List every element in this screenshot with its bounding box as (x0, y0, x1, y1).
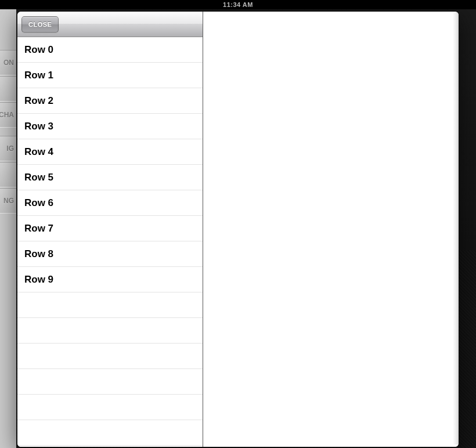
background-row: ON (0, 50, 16, 75)
background-row: CHA (0, 102, 16, 128)
table-row[interactable]: Row 7 (17, 216, 203, 241)
status-bar: 11:34 AM (0, 0, 476, 9)
table-row-empty (17, 395, 203, 420)
row-label: Row 3 (24, 121, 53, 132)
row-label: Row 2 (24, 95, 53, 107)
table-row-empty (17, 344, 203, 369)
table-row[interactable]: Row 4 (17, 139, 203, 165)
row-label: Row 0 (24, 44, 53, 56)
close-button[interactable]: CLOSE (21, 16, 59, 32)
row-label: Row 9 (24, 274, 53, 286)
status-time: 11:34 AM (223, 1, 253, 8)
row-label: Row 5 (24, 172, 53, 183)
row-label: Row 4 (24, 146, 53, 158)
table-view[interactable]: Row 0Row 1Row 2Row 3Row 4Row 5Row 6Row 7… (17, 37, 203, 447)
table-row-empty (17, 369, 203, 395)
table-row[interactable]: Row 1 (17, 63, 203, 88)
modal-sheet: CLOSE Row 0Row 1Row 2Row 3Row 4Row 5Row … (17, 12, 459, 447)
table-row[interactable]: Row 2 (17, 88, 203, 114)
table-row[interactable]: Row 5 (17, 165, 203, 190)
background-left-panel: ONCHAIGNG (0, 9, 16, 448)
table-row[interactable]: Row 9 (17, 267, 203, 292)
table-row-empty (17, 318, 203, 344)
table-row[interactable]: Row 0 (17, 37, 203, 63)
master-pane: CLOSE Row 0Row 1Row 2Row 3Row 4Row 5Row … (17, 12, 203, 447)
table-row[interactable]: Row 3 (17, 114, 203, 139)
background-row (0, 76, 16, 102)
table-row-empty (17, 292, 203, 318)
table-row[interactable]: Row 8 (17, 241, 203, 267)
background-row: NG (0, 188, 16, 214)
table-row-empty (17, 420, 203, 446)
row-label: Row 6 (24, 197, 53, 209)
table-row[interactable]: Row 6 (17, 190, 203, 216)
nav-bar: CLOSE (17, 12, 203, 37)
detail-pane (203, 12, 459, 447)
background-row: IG (0, 136, 16, 161)
row-label: Row 7 (24, 223, 53, 234)
row-label: Row 8 (24, 248, 53, 260)
background-row (0, 162, 16, 187)
row-label: Row 1 (24, 70, 53, 81)
